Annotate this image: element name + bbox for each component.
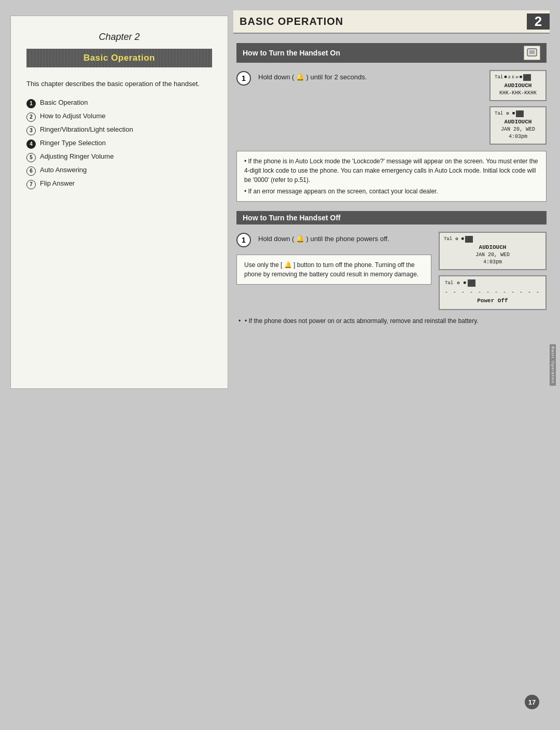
left-panel: Chapter 2 Basic Operation This chapter d…	[10, 16, 228, 389]
turn-off-step1-row: 1 Hold down ( 🔔 ) until the phone powers…	[236, 232, 431, 247]
step-circle-1: 1	[236, 71, 251, 86]
turn-off-header: How to Turn the Handset Off	[236, 211, 547, 224]
toc-item-2: 2 How to Adjust Volume	[26, 112, 212, 122]
step-circle-off-1: 1	[236, 233, 251, 247]
power-dashes: - - - - - - - - - - - -	[445, 288, 540, 297]
turn-on-step1-text: Hold down ( 🔔 ) until for 2 seconds.	[258, 70, 367, 82]
toc-label-7: Flip Answer	[40, 179, 75, 187]
phone-mock-off-on: Tal✿■⬛ AUDIOUCH JAN 20, WED 4:03pm	[439, 232, 547, 270]
toc-item-3: 3 Ringer/Vibration/Light selection	[26, 125, 212, 135]
toc-item-1: 1 Basic Operation	[26, 99, 212, 108]
phone-off-date: JAN 20, WED	[444, 251, 541, 259]
turn-on-content: 1 Hold down ( 🔔 ) until for 2 seconds. T…	[236, 70, 547, 145]
turn-off-warning-text: Use only the [ 🔔 ] button to turn off th…	[244, 260, 424, 279]
chapter-desc: This chapter describes the basic operati…	[26, 79, 212, 89]
chapter-number: 2	[535, 13, 542, 30]
toc-number-1: 1	[26, 99, 36, 108]
turn-on-section: How to Turn the Handset On 1 Hold down (…	[233, 43, 550, 202]
turn-off-warning: Use only the [ 🔔 ] button to turn off th…	[236, 255, 431, 285]
turn-off-section: How to Turn the Handset Off 1 Hold down …	[233, 211, 550, 326]
side-tab: Basic Operation	[550, 344, 556, 386]
phone-mock-top: Tal■≥ε✉■⬛ AUDIOUCH KHK-KHK-KKHK	[489, 70, 547, 101]
toc-label-6: Auto Answering	[40, 166, 87, 174]
page-number: 17	[525, 695, 539, 709]
toc-label-3: Ringer/Vibration/Light selection	[40, 125, 133, 133]
turn-on-header: How to Turn the Handset On	[236, 43, 547, 63]
turn-on-title: How to Turn the Handset On	[243, 49, 340, 57]
turn-off-note: • If the phone does not power on or acts…	[239, 316, 544, 326]
toc-item-6: 6 Auto Answering	[26, 166, 212, 176]
phone-off-model: AUDIOUCH	[444, 244, 541, 251]
phone-top-status: Tal■≥ε✉■⬛	[495, 74, 541, 81]
phone-top-number: KHK-KHK-KKHK	[495, 90, 541, 97]
turn-on-infobox: • If the phone is in Auto Lock mode the …	[236, 151, 547, 202]
bell-icon-3: 🔔	[284, 261, 292, 269]
phone-mock-bottom: Tal✿■⬛ AUDIOUCH JAN 20, WED 4:03pm	[489, 106, 547, 145]
turn-off-step1-text: Hold down ( 🔔 ) until the phone powers o…	[258, 232, 389, 244]
chapter-banner-title: Basic Operation	[83, 53, 155, 63]
phone-bottom-date: JAN 20, WED	[495, 126, 541, 133]
turn-off-title: How to Turn the Handset Off	[243, 214, 341, 222]
phone-mocks-on: Tal■≥ε✉■⬛ AUDIOUCH KHK-KHK-KKHK Tal✿■⬛ A…	[489, 70, 547, 145]
right-panel: BASIC OPERATION 2 How to Turn the Handse…	[228, 10, 550, 720]
toc-number-6: 6	[26, 166, 36, 176]
turn-off-content: 1 Hold down ( 🔔 ) until the phone powers…	[236, 232, 547, 310]
chapter-number-box: 2	[527, 13, 550, 30]
toc-label-2: How to Adjust Volume	[40, 112, 105, 120]
turn-on-info1: • If the phone is in Auto Lock mode the …	[244, 157, 539, 185]
chapter-header-title: BASIC OPERATION	[233, 13, 527, 30]
toc-item-5: 5 Adjusting Ringer Volume	[26, 152, 212, 162]
toc-number-2: 2	[26, 113, 36, 122]
phone-top-model: AUDIOUCH	[495, 82, 541, 90]
toc-item-4: 4 Ringer Type Selection	[26, 139, 212, 149]
phone-bottom-time: 4:03pm	[495, 133, 541, 141]
turn-off-main: 1 Hold down ( 🔔 ) until the phone powers…	[236, 232, 431, 290]
page-container: Chapter 2 Basic Operation This chapter d…	[10, 10, 550, 720]
phone-off-time: 4:03pm	[444, 259, 541, 266]
bell-icon-1: 🔔	[296, 73, 304, 81]
toc-number-3: 3	[26, 126, 36, 135]
chapter-label: Chapter 2	[26, 32, 212, 43]
bell-icon-2: 🔔	[296, 235, 304, 243]
turn-on-step1-row: 1 Hold down ( 🔔 ) until for 2 seconds.	[236, 70, 482, 86]
toc-number-5: 5	[26, 153, 36, 162]
turn-on-info2: • If an error message appears on the scr…	[244, 187, 539, 196]
chapter-header: BASIC OPERATION 2	[233, 10, 550, 34]
power-label: Power Off	[445, 297, 540, 306]
toc-number-4: 4	[26, 139, 36, 149]
power-icon	[524, 46, 540, 60]
power-off-mock: Tal✿■⬛ - - - - - - - - - - - - Power Off	[439, 275, 547, 310]
phone-mocks-off: Tal✿■⬛ AUDIOUCH JAN 20, WED 4:03pm Tal✿■…	[439, 232, 547, 310]
svg-rect-1	[529, 50, 535, 54]
toc-label-4: Ringer Type Selection	[40, 139, 106, 147]
phone-bottom-status: Tal✿■⬛	[495, 110, 541, 117]
side-tab-text: Basic Operation	[551, 346, 555, 384]
toc-number-7: 7	[26, 180, 36, 189]
phone-off-status: Tal✿■⬛	[444, 236, 541, 243]
turn-on-main: 1 Hold down ( 🔔 ) until for 2 seconds.	[236, 70, 482, 93]
toc-label-1: Basic Operation	[40, 99, 88, 106]
phone-bottom-model: AUDIOUCH	[495, 118, 541, 126]
toc-list: 1 Basic Operation 2 How to Adjust Volume…	[26, 99, 212, 189]
toc-item-7: 7 Flip Answer	[26, 179, 212, 189]
toc-label-5: Adjusting Ringer Volume	[40, 152, 114, 160]
power-off-status: Tal✿■⬛	[445, 279, 540, 287]
chapter-banner: Basic Operation	[26, 49, 212, 67]
